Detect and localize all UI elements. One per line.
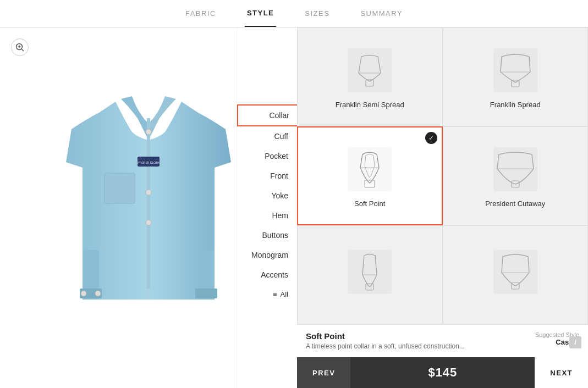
svg-line-1 xyxy=(22,49,24,52)
collar-label-soft-point: Soft Point xyxy=(354,199,385,208)
zoom-button[interactable] xyxy=(11,38,29,56)
collar-label-president-cutaway: President Cutaway xyxy=(485,199,545,208)
svg-point-11 xyxy=(81,291,86,296)
collar-option-president-cutaway[interactable]: President Cutaway xyxy=(443,126,589,225)
svg-point-12 xyxy=(95,291,101,296)
svg-point-5 xyxy=(146,129,151,135)
collar-label-franklin-spread: Franklin Spread xyxy=(490,101,541,109)
sidebar-item-pocket[interactable]: Pocket xyxy=(237,146,297,166)
svg-rect-28 xyxy=(348,250,392,294)
sidebar-item-yoke[interactable]: Yoke xyxy=(237,186,297,206)
svg-rect-19 xyxy=(493,48,537,92)
main-layout: PROPER CLOTH Collar Cuff Pocket Front Yo… xyxy=(0,27,588,388)
all-menu-icon: ≡ xyxy=(273,290,277,298)
nav-summary[interactable]: SUMMARY xyxy=(358,0,405,27)
collar-option-franklin-spread[interactable]: Franklin Spread xyxy=(443,27,589,126)
sidebar-item-front[interactable]: Front xyxy=(237,166,297,186)
info-icon[interactable]: i xyxy=(569,336,581,348)
right-panel: Franklin Semi Spread Franklin Spread ✓ xyxy=(297,27,588,388)
info-left: Soft Point A timeless point collar in a … xyxy=(306,331,465,350)
collar-label-franklin-semi-spread: Franklin Semi Spread xyxy=(336,101,404,109)
price-label: $145 xyxy=(428,365,457,380)
svg-rect-13 xyxy=(195,289,217,298)
top-navigation: FABRIC STYLE SIZES SUMMARY xyxy=(0,0,588,27)
collar-option-row3-left[interactable] xyxy=(297,225,443,324)
collar-option-soft-point[interactable]: ✓ Soft Point xyxy=(297,126,443,225)
svg-point-7 xyxy=(146,190,151,195)
info-row: Soft Point A timeless point collar in a … xyxy=(306,331,579,350)
all-menu-label: All xyxy=(281,290,288,298)
svg-rect-31 xyxy=(493,250,537,294)
nav-fabric[interactable]: FABRIC xyxy=(183,0,218,27)
collar-grid: Franklin Semi Spread Franklin Spread ✓ xyxy=(297,27,588,324)
nav-style[interactable]: STYLE xyxy=(245,0,276,27)
svg-text:PROPER CLOTH: PROPER CLOTH xyxy=(138,161,160,164)
bottom-bar: PREV $145 NEXT xyxy=(297,357,588,388)
svg-rect-4 xyxy=(147,118,150,289)
sidebar-item-all[interactable]: ≡ All xyxy=(237,285,297,304)
collar-option-franklin-semi-spread[interactable]: Franklin Semi Spread xyxy=(297,27,443,126)
sidebar-item-hem[interactable]: Hem xyxy=(237,206,297,225)
sidebar-item-accents[interactable]: Accents xyxy=(237,265,297,285)
collar-description: A timeless point collar in a soft, unfus… xyxy=(306,342,465,350)
sidebar-item-buttons[interactable]: Buttons xyxy=(237,225,297,245)
sidebar-item-monogram[interactable]: Monogram xyxy=(237,245,297,265)
sidebar-item-cuff[interactable]: Cuff xyxy=(237,126,297,146)
next-button[interactable]: NEXT xyxy=(535,357,588,388)
left-panel: PROPER CLOTH Collar Cuff Pocket Front Yo… xyxy=(0,27,297,388)
sidebar-item-collar[interactable]: Collar xyxy=(237,104,297,126)
collar-title: Soft Point xyxy=(306,331,465,341)
svg-rect-9 xyxy=(105,173,135,203)
collar-option-row3-right[interactable] xyxy=(443,225,589,324)
collar-info-bar: Soft Point A timeless point collar in a … xyxy=(297,324,588,357)
selected-check-badge: ✓ xyxy=(425,132,437,144)
nav-sizes[interactable]: SIZES xyxy=(303,0,332,27)
style-sidebar: Collar Cuff Pocket Front Yoke Hem Button… xyxy=(237,27,297,388)
prev-button[interactable]: PREV xyxy=(297,357,350,388)
svg-point-8 xyxy=(146,220,151,225)
